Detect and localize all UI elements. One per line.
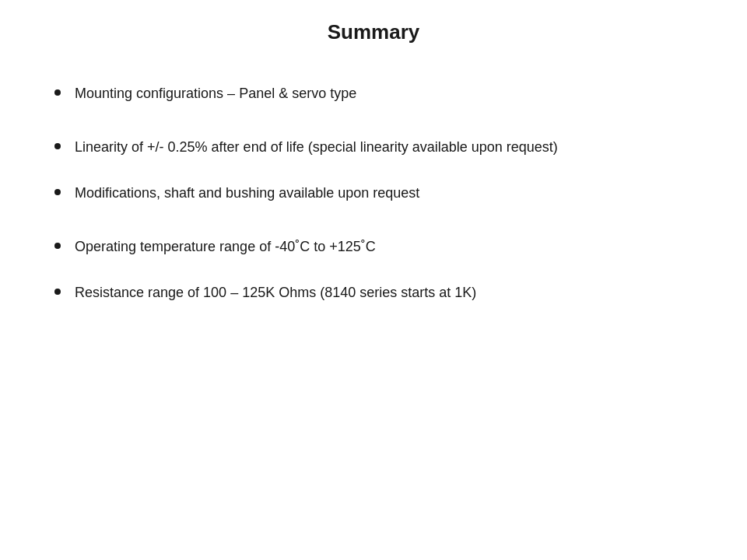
page-container: Summary Mounting configurations – Panel … xyxy=(0,0,747,560)
bullet-text-modifications: Modifications, shaft and bushing availab… xyxy=(75,183,693,204)
bullet-dot-5 xyxy=(54,289,61,295)
bullet-text-temperature: Operating temperature range of -40˚C to … xyxy=(75,236,693,257)
list-item: Modifications, shaft and bushing availab… xyxy=(54,183,693,204)
bullet-dot-2 xyxy=(54,143,61,149)
list-item: Resistance range of 100 – 125K Ohms (814… xyxy=(54,282,693,303)
bullet-text-resistance: Resistance range of 100 – 125K Ohms (814… xyxy=(75,282,693,303)
bullet-dot-4 xyxy=(54,243,61,249)
bullet-text-linearity: Linearity of +/- 0.25% after end of life… xyxy=(75,137,693,158)
page-title: Summary xyxy=(47,20,700,44)
summary-list: Mounting configurations – Panel & servo … xyxy=(54,83,693,303)
list-item: Linearity of +/- 0.25% after end of life… xyxy=(54,137,693,158)
bullet-dot-3 xyxy=(54,189,61,195)
list-item: Mounting configurations – Panel & servo … xyxy=(54,83,693,104)
bullet-dot-1 xyxy=(54,89,61,96)
bullet-text-mounting: Mounting configurations – Panel & servo … xyxy=(75,83,693,104)
list-item: Operating temperature range of -40˚C to … xyxy=(54,236,693,257)
